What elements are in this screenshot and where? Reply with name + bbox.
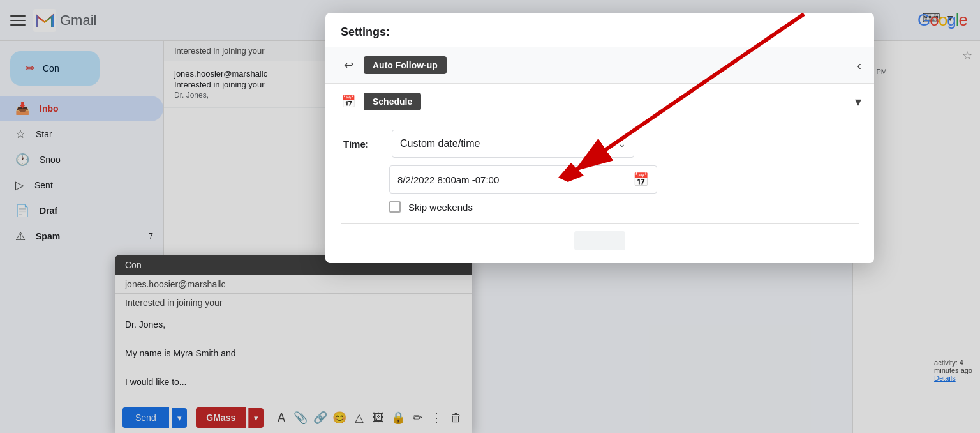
settings-panel: Settings: ↩ Auto Follow-up ‹ 📅 Schedule …	[325, 13, 874, 263]
more-section-hint	[341, 231, 859, 250]
time-label: Time:	[343, 139, 382, 149]
settings-title: Settings:	[325, 13, 874, 47]
schedule-section: 📅 Schedule ▾ Time: Custom date/time ⌄ 8/…	[325, 84, 874, 263]
schedule-calendar-icon: 📅	[338, 91, 359, 112]
schedule-section-header[interactable]: 📅 Schedule ▾	[325, 84, 874, 119]
time-select-dropdown[interactable]: Custom date/time ⌄	[392, 130, 634, 158]
auto-followup-button[interactable]: Auto Follow-up	[364, 56, 447, 74]
skip-weekends-row: Skip weekends	[341, 201, 859, 213]
auto-followup-header[interactable]: ↩ Auto Follow-up ‹	[325, 47, 874, 83]
schedule-content: Time: Custom date/time ⌄ 8/2/2022 8:00am…	[325, 119, 874, 263]
calendar-picker-icon: 📅	[633, 172, 649, 187]
time-select-value: Custom date/time	[400, 138, 480, 149]
schedule-toggle[interactable]: ▾	[855, 94, 861, 109]
datetime-row: 8/2/2022 8:00am -07:00 📅	[341, 165, 859, 194]
auto-followup-section: ↩ Auto Follow-up ‹	[325, 47, 874, 84]
skip-weekends-label: Skip weekends	[408, 202, 473, 213]
auto-followup-toggle[interactable]: ‹	[857, 58, 861, 73]
skip-weekends-checkbox[interactable]	[389, 201, 401, 213]
auto-followup-icon: ↩	[338, 55, 359, 75]
section-divider	[341, 223, 859, 224]
datetime-input[interactable]: 8/2/2022 8:00am -07:00 📅	[389, 165, 657, 194]
time-select-arrow-icon: ⌄	[618, 139, 626, 149]
schedule-button[interactable]: Schedule	[364, 93, 421, 110]
time-row: Time: Custom date/time ⌄	[341, 130, 859, 158]
datetime-value: 8/2/2022 8:00am -07:00	[397, 174, 499, 185]
